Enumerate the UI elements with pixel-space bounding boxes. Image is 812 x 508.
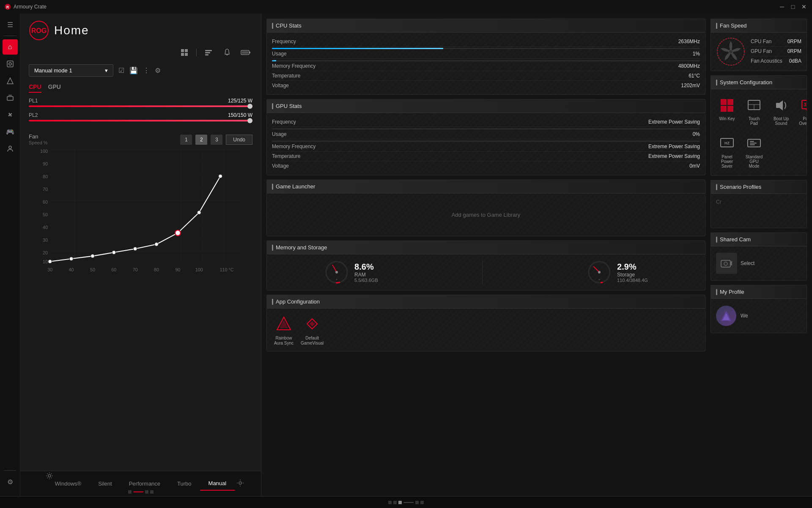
camera-icon xyxy=(720,257,733,270)
svg-text:30: 30 xyxy=(47,267,52,272)
config-touchpad[interactable]: Touch Pad xyxy=(742,94,766,128)
fan-point-2[interactable]: 2 xyxy=(195,135,207,145)
center-panels: CPU Stats Frequency 2636MHz Usage 1% xyxy=(261,14,710,496)
notification-button[interactable] xyxy=(220,46,234,59)
gpu-memfreq-value: Extreme Power Saving xyxy=(648,144,700,149)
app-logo-icon: R xyxy=(4,3,11,10)
shared-cam-panel: Shared Cam Select xyxy=(710,232,807,281)
aura-icon-svg xyxy=(275,315,292,332)
left-panel: ROG Home xyxy=(20,14,261,496)
svg-point-3 xyxy=(9,63,11,65)
grid-view-button[interactable] xyxy=(178,46,191,59)
panel-overdrive-icon: 3MS xyxy=(799,96,807,115)
save-button[interactable]: 💾 xyxy=(129,66,138,75)
shared-cam-body: Select xyxy=(711,246,807,280)
mode-settings-icon[interactable] xyxy=(236,479,244,488)
config-power-saver[interactable]: HZ Panel Power Saver xyxy=(715,132,739,171)
svg-point-41 xyxy=(239,482,241,484)
mode-tab-manual[interactable]: Manual xyxy=(200,477,235,491)
fan-acoustics-label: Fan Acoustics xyxy=(751,58,782,64)
fan-speed-body: CPU Fan 0RPM GPU Fan 0RPM Fan Acoustics … xyxy=(711,33,807,71)
sidebar-item-settings[interactable]: ⚙ xyxy=(3,474,18,489)
status-dot-4 xyxy=(415,501,419,504)
ram-pct: 8.6% xyxy=(354,262,378,272)
fan-point-3[interactable]: 3 xyxy=(211,135,222,145)
aura-sync-item[interactable]: RainbowAura Sync xyxy=(274,314,294,346)
fan-point-dot[interactable] xyxy=(133,247,137,251)
mode-dropdown[interactable]: Manual mode 1 ▾ xyxy=(29,64,113,77)
pl2-slider[interactable] xyxy=(29,120,252,121)
fan-point-dot[interactable] xyxy=(69,257,73,261)
sidebar-item-menu[interactable]: ☰ xyxy=(3,17,18,32)
mode-tab-turbo[interactable]: Turbo xyxy=(169,477,200,490)
memory-storage-body: + 8.6% RAM 5.5/63.6GB xyxy=(267,254,705,290)
sidebar-item-fan[interactable] xyxy=(3,107,18,122)
fan-point-dot[interactable] xyxy=(197,211,201,215)
sidebar-item-gamepad[interactable]: 🎮 xyxy=(3,124,18,139)
pl1-fill xyxy=(29,105,252,107)
power-saver-icon-svg: HZ xyxy=(719,136,735,151)
winkey-icon-svg xyxy=(719,98,735,113)
pl1-slider[interactable] xyxy=(29,105,252,107)
config-bootup-sound[interactable]: Boot Up Sound xyxy=(769,94,793,128)
config-winkey[interactable]: Win Key xyxy=(715,94,739,128)
tab-gpu[interactable]: GPU xyxy=(48,82,61,93)
pl1-thumb[interactable] xyxy=(247,104,252,109)
battery-button[interactable] xyxy=(239,46,252,59)
bootup-sound-icon-svg xyxy=(774,98,789,113)
undo-button[interactable]: Undo xyxy=(226,135,252,145)
cpu-usage-label: Usage xyxy=(272,51,287,57)
checkbox-button[interactable]: ☑ xyxy=(118,66,124,75)
tab-cpu[interactable]: CPU xyxy=(29,82,41,93)
svg-text:60: 60 xyxy=(111,267,116,272)
cpu-stats-header: CPU Stats xyxy=(267,19,705,33)
pl2-thumb[interactable] xyxy=(247,118,252,123)
system-config-body: Win Key Touch Pad xyxy=(711,89,807,175)
fan-point-dot[interactable] xyxy=(112,251,116,254)
power-saver-label: Panel Power Saver xyxy=(718,155,736,168)
mode-tab-silent[interactable]: Silent xyxy=(90,477,121,490)
storage-gauge-svg: + xyxy=(587,260,612,285)
svg-text:80: 80 xyxy=(43,174,48,179)
mode-tab-windows[interactable]: Windows® xyxy=(47,477,90,490)
cpu-frequency-label: Frequency xyxy=(272,39,296,44)
gpu-voltage-value: 0mV xyxy=(689,163,700,169)
close-button[interactable]: ✕ xyxy=(800,3,808,11)
fan-point-dot[interactable] xyxy=(219,174,222,178)
scenario-button[interactable] xyxy=(202,46,215,59)
ram-detail: 5.5/63.6GB xyxy=(354,278,378,283)
more-options-button[interactable]: ⋮ xyxy=(143,66,150,75)
svg-point-76 xyxy=(724,262,727,265)
svg-marker-53 xyxy=(280,320,288,328)
sidebar-item-aura[interactable] xyxy=(3,73,18,88)
sidebar-item-home[interactable]: ⌂ xyxy=(3,39,18,55)
fan-point-1[interactable]: 1 xyxy=(180,135,192,145)
top-right-toolbar xyxy=(20,44,261,61)
profile-icon xyxy=(6,145,14,152)
fan-point-dot[interactable] xyxy=(91,254,95,258)
fan-point-dot[interactable] xyxy=(48,260,52,263)
maximize-button[interactable]: □ xyxy=(789,3,797,11)
sidebar-item-system[interactable] xyxy=(3,56,18,72)
minimize-button[interactable]: ─ xyxy=(778,3,786,11)
my-profile-title: My Profile xyxy=(720,289,744,295)
gpu-voltage-label: Voltage xyxy=(272,163,289,169)
settings-gear-button[interactable]: ⚙ xyxy=(155,66,161,75)
sidebar-item-profile[interactable] xyxy=(3,141,18,156)
gpu-stats-title: GPU Stats xyxy=(276,103,302,109)
shared-cam-select-label[interactable]: Select xyxy=(741,260,754,266)
config-panel-overdrive[interactable]: 3MS Panel Overdrive xyxy=(796,94,807,128)
fan-point-dot[interactable] xyxy=(155,243,159,246)
config-gpu-mode[interactable]: Standard GPU Mode xyxy=(742,132,766,171)
fan-point-selected[interactable] xyxy=(175,230,181,236)
gauge-divider xyxy=(482,260,483,285)
toolbar-divider xyxy=(196,49,197,56)
game-launcher-body: Add games to Game Library xyxy=(267,193,705,236)
fan-dial xyxy=(716,37,746,66)
svg-rect-19 xyxy=(242,51,248,54)
add-games-text: Add games to Game Library xyxy=(452,212,521,218)
gamevisual-item[interactable]: DefaultGameVisual xyxy=(301,314,324,346)
mode-tab-performance[interactable]: Performance xyxy=(121,477,169,490)
sidebar-item-network[interactable] xyxy=(3,90,18,105)
app-config-header: App Configuration xyxy=(267,295,705,309)
